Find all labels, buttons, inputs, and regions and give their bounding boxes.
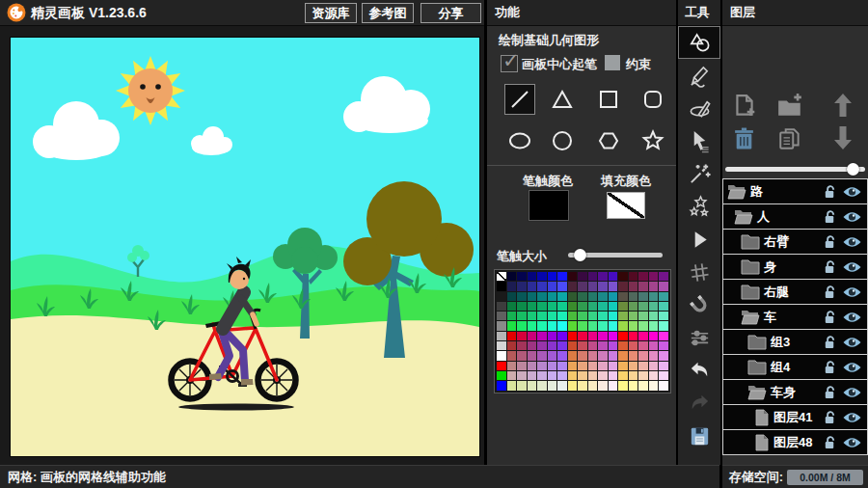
palette-cell[interactable] <box>629 302 638 311</box>
palette-cell[interactable] <box>598 381 608 390</box>
palette-cell[interactable] <box>618 282 628 290</box>
select-cursor-tool[interactable] <box>678 124 720 157</box>
palette-cell[interactable] <box>557 282 567 290</box>
palette-cell[interactable] <box>618 312 628 320</box>
palette-cell[interactable] <box>629 351 638 360</box>
layer-lock-toggle[interactable] <box>823 285 837 300</box>
palette-cell[interactable] <box>568 321 578 330</box>
palette-cell[interactable] <box>517 362 527 370</box>
palette-cell[interactable] <box>537 371 547 380</box>
layer-visibility-toggle[interactable] <box>842 386 862 399</box>
palette-cell[interactable] <box>659 351 668 360</box>
palette-cell[interactable] <box>517 321 527 330</box>
palette-cell[interactable] <box>618 332 628 340</box>
palette-cell[interactable] <box>578 341 587 350</box>
palette-cell[interactable] <box>568 362 578 370</box>
palette-cell[interactable] <box>618 341 628 350</box>
palette-cell[interactable] <box>659 371 668 380</box>
layer-row[interactable]: 图层48 <box>722 429 868 455</box>
palette-cell[interactable] <box>649 321 659 330</box>
palette-cell[interactable] <box>497 341 506 350</box>
palette-cell[interactable] <box>497 371 506 380</box>
palette-cell[interactable] <box>598 371 608 380</box>
palette-cell[interactable] <box>497 381 506 390</box>
stars-tool[interactable] <box>678 190 720 223</box>
palette-cell[interactable] <box>517 312 527 320</box>
palette-cell[interactable] <box>618 371 628 380</box>
palette-cell[interactable] <box>598 272 608 281</box>
palette-cell[interactable] <box>638 351 648 360</box>
palette-cell[interactable] <box>557 272 567 281</box>
palette-cell[interactable] <box>588 302 598 311</box>
palette-cell[interactable] <box>649 332 659 340</box>
palette-cell[interactable] <box>528 351 537 360</box>
palette-cell[interactable] <box>528 381 537 390</box>
palette-cell[interactable] <box>609 312 618 320</box>
palette-cell[interactable] <box>618 351 628 360</box>
slider-thumb[interactable] <box>574 249 586 261</box>
save-tool[interactable] <box>678 420 720 452</box>
sketch-pen-tool[interactable] <box>678 59 720 92</box>
palette-cell[interactable] <box>638 321 648 330</box>
layer-visibility-toggle[interactable] <box>842 411 862 424</box>
layer-visibility-toggle[interactable] <box>842 311 862 324</box>
duplicate-layer-button[interactable] <box>777 126 802 155</box>
palette-cell[interactable] <box>507 282 517 290</box>
palette-cell[interactable] <box>598 302 608 311</box>
palette-cell[interactable] <box>618 292 628 301</box>
geometry-shapes-tool[interactable] <box>678 26 720 59</box>
palette-cell[interactable] <box>517 351 527 360</box>
palette-cell[interactable] <box>649 351 659 360</box>
palette-cell[interactable] <box>618 321 628 330</box>
palette-cell[interactable] <box>548 282 557 290</box>
palette-cell[interactable] <box>557 332 567 340</box>
layer-lock-toggle[interactable] <box>823 335 837 350</box>
shape-hexagon-button[interactable] <box>593 125 624 156</box>
palette-cell[interactable] <box>609 272 618 281</box>
palette-cell[interactable] <box>507 362 517 370</box>
layer-lock-toggle[interactable] <box>823 310 837 325</box>
palette-cell[interactable] <box>638 371 648 380</box>
palette-cell[interactable] <box>609 351 618 360</box>
shape-line-button[interactable] <box>504 84 535 115</box>
palette-cell[interactable] <box>629 362 638 370</box>
palette-cell[interactable] <box>629 381 638 390</box>
palette-cell[interactable] <box>548 302 557 311</box>
palette-cell[interactable] <box>659 292 668 301</box>
layer-row[interactable]: 车身 <box>722 379 868 405</box>
palette-cell[interactable] <box>537 341 547 350</box>
palette-cell[interactable] <box>588 371 598 380</box>
palette-cell[interactable] <box>568 272 578 281</box>
palette-cell[interactable] <box>537 362 547 370</box>
palette-cell[interactable] <box>588 381 598 390</box>
palette-cell[interactable] <box>528 321 537 330</box>
palette-cell[interactable] <box>528 341 537 350</box>
layer-visibility-toggle[interactable] <box>842 260 862 274</box>
palette-cell[interactable] <box>568 282 578 290</box>
palette-cell[interactable] <box>548 292 557 301</box>
palette-cell[interactable] <box>638 341 648 350</box>
palette-cell[interactable] <box>638 292 648 301</box>
layer-row[interactable]: 路 <box>722 178 868 204</box>
palette-cell[interactable] <box>598 332 608 340</box>
palette-cell[interactable] <box>568 351 578 360</box>
palette-cell[interactable] <box>517 371 527 380</box>
palette-cell[interactable] <box>517 292 527 301</box>
palette-cell[interactable] <box>548 341 557 350</box>
redo-tool[interactable] <box>678 387 720 420</box>
layer-lock-toggle[interactable] <box>823 410 837 425</box>
palette-cell[interactable] <box>557 321 567 330</box>
palette-cell[interactable] <box>537 272 547 281</box>
palette-cell[interactable] <box>588 362 598 370</box>
palette-cell-none[interactable] <box>497 272 506 281</box>
palette-cell[interactable] <box>557 362 567 370</box>
move-layer-up-button[interactable] <box>831 92 854 122</box>
palette-cell[interactable] <box>588 272 598 281</box>
layer-lock-toggle[interactable] <box>823 234 837 250</box>
palette-cell[interactable] <box>568 381 578 390</box>
palette-cell[interactable] <box>609 292 618 301</box>
palette-cell[interactable] <box>588 292 598 301</box>
palette-cell[interactable] <box>609 321 618 330</box>
new-folder-button[interactable] <box>776 94 803 122</box>
palette-cell[interactable] <box>609 381 618 390</box>
